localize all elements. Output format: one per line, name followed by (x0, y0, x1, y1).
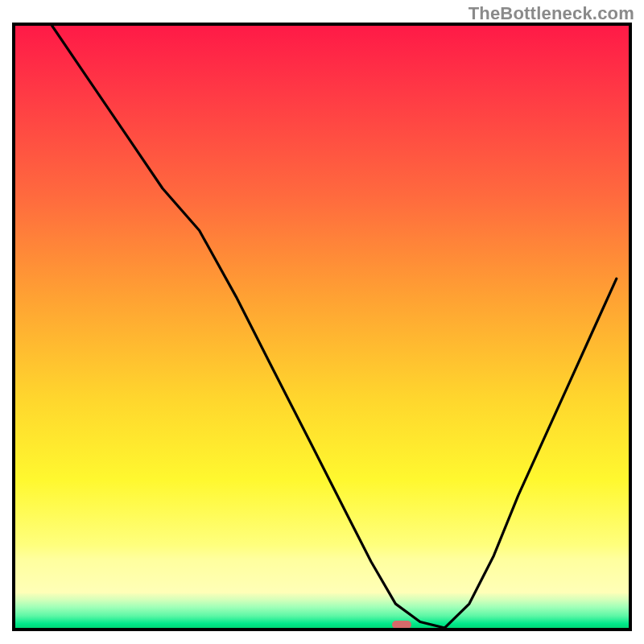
bottleneck-chart: TheBottleneck.com (0, 0, 644, 644)
bottleneck-marker (392, 621, 411, 628)
bottleneck-curve (15, 26, 629, 628)
watermark-label: TheBottleneck.com (469, 3, 634, 24)
plot-area (15, 26, 629, 628)
curve-path (52, 26, 617, 628)
